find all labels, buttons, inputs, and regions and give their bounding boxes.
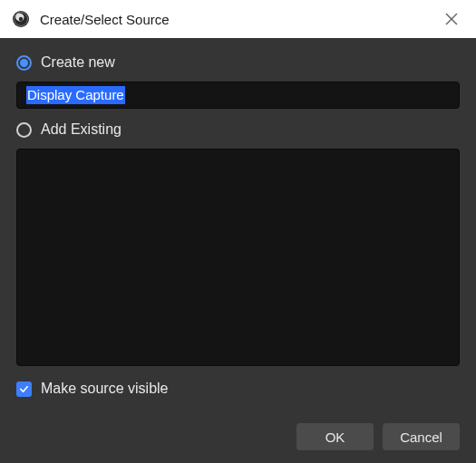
cancel-button[interactable]: Cancel [383,423,460,450]
radio-add-existing-label: Add Existing [41,121,121,138]
radio-create-new-label: Create new [41,54,115,71]
radio-icon [16,55,32,71]
dialog-content: Create new Display Capture Add Existing … [0,38,476,406]
radio-create-new[interactable]: Create new [16,54,460,71]
titlebar: Create/Select Source [0,0,476,38]
close-icon [445,13,458,25]
radio-icon [16,122,32,138]
ok-button[interactable]: OK [296,423,374,450]
obs-icon [11,9,31,29]
check-icon [19,384,29,394]
make-visible-label: Make source visible [41,381,169,397]
close-button[interactable] [440,7,463,31]
svg-point-2 [19,17,23,21]
radio-add-existing[interactable]: Add Existing [16,121,460,138]
source-name-value: Display Capture [26,86,125,104]
checkbox-icon [16,381,32,397]
make-visible-checkbox[interactable]: Make source visible [16,381,460,397]
window-title: Create/Select Source [40,12,170,27]
existing-sources-list[interactable] [16,149,460,366]
source-name-input[interactable]: Display Capture [16,82,460,109]
dialog-buttons: OK Cancel [296,423,460,450]
